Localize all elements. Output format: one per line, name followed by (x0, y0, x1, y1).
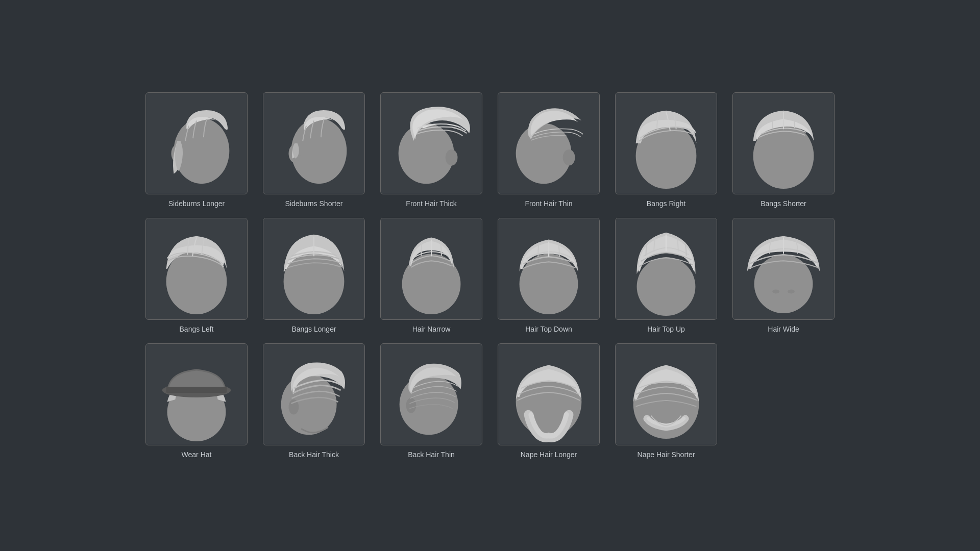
item-box-back-hair-thick (263, 343, 365, 445)
item-hair-narrow[interactable]: Hair Narrow (380, 218, 482, 333)
item-sideburns-longer[interactable]: Sideburns Longer (145, 92, 248, 208)
svg-point-39 (406, 398, 416, 413)
item-box-back-hair-thin (380, 343, 482, 445)
label-hair-wide: Hair Wide (768, 325, 799, 333)
svg-point-23 (520, 254, 578, 314)
item-box-hair-top-down (498, 218, 600, 320)
item-box-bangs-right (615, 92, 717, 194)
label-sideburns-shorter: Sideburns Shorter (285, 199, 343, 208)
item-nape-hair-longer[interactable]: Nape Hair Longer (498, 343, 600, 459)
item-back-hair-thin[interactable]: Back Hair Thin (380, 343, 482, 459)
label-bangs-left: Bangs Left (180, 325, 214, 333)
item-box-bangs-left (145, 218, 248, 320)
label-front-hair-thick: Front Hair Thick (406, 199, 456, 208)
label-hair-top-up: Hair Top Up (647, 325, 685, 333)
label-hair-narrow: Hair Narrow (412, 325, 451, 333)
label-back-hair-thin: Back Hair Thin (408, 450, 455, 459)
label-back-hair-thick: Back Hair Thick (289, 450, 339, 459)
item-box-hair-top-up (615, 218, 717, 320)
item-nape-hair-shorter[interactable]: Nape Hair Shorter (615, 343, 717, 459)
item-box-front-hair-thick (380, 92, 482, 194)
svg-point-11 (563, 149, 575, 166)
item-box-wear-hat (145, 343, 248, 445)
label-wear-hat: Wear Hat (182, 450, 212, 459)
label-bangs-longer: Bangs Longer (291, 325, 336, 333)
svg-point-25 (637, 257, 696, 316)
label-sideburns-longer: Sideburns Longer (168, 199, 225, 208)
svg-point-28 (772, 290, 779, 294)
item-bangs-longer[interactable]: Bangs Longer (263, 218, 365, 333)
item-box-nape-hair-longer (498, 343, 600, 445)
item-box-bangs-shorter (732, 92, 835, 194)
item-front-hair-thin[interactable]: Front Hair Thin (498, 92, 600, 208)
item-box-hair-wide (732, 218, 835, 320)
item-bangs-shorter[interactable]: Bangs Shorter (732, 92, 835, 208)
svg-point-7 (399, 123, 454, 184)
item-front-hair-thick[interactable]: Front Hair Thick (380, 92, 482, 208)
item-hair-top-down[interactable]: Hair Top Down (498, 218, 600, 333)
item-hair-wide[interactable]: Hair Wide (732, 218, 835, 333)
item-box-hair-narrow (380, 218, 482, 320)
svg-rect-33 (166, 387, 227, 393)
item-back-hair-thick[interactable]: Back Hair Thick (263, 343, 365, 459)
label-front-hair-thin: Front Hair Thin (525, 199, 572, 208)
label-nape-hair-shorter: Nape Hair Shorter (638, 450, 695, 459)
item-wear-hat[interactable]: Wear Hat (145, 343, 248, 459)
item-box-sideburns-shorter (263, 92, 365, 194)
hair-morph-grid: Sideburns Longer Sideburns Shorter (125, 72, 855, 479)
svg-point-29 (788, 290, 795, 294)
label-bangs-shorter: Bangs Shorter (761, 199, 806, 208)
item-box-bangs-longer (263, 218, 365, 320)
item-bangs-right[interactable]: Bangs Right (615, 92, 717, 208)
svg-point-8 (446, 149, 458, 166)
label-hair-top-down: Hair Top Down (525, 325, 572, 333)
label-bangs-right: Bangs Right (647, 199, 685, 208)
item-hair-top-up[interactable]: Hair Top Up (615, 218, 717, 333)
item-box-front-hair-thin (498, 92, 600, 194)
item-box-nape-hair-shorter (615, 343, 717, 445)
label-nape-hair-longer: Nape Hair Longer (521, 450, 577, 459)
item-sideburns-shorter[interactable]: Sideburns Shorter (263, 92, 365, 208)
item-box-sideburns-longer (145, 92, 248, 194)
item-bangs-left[interactable]: Bangs Left (145, 218, 248, 333)
